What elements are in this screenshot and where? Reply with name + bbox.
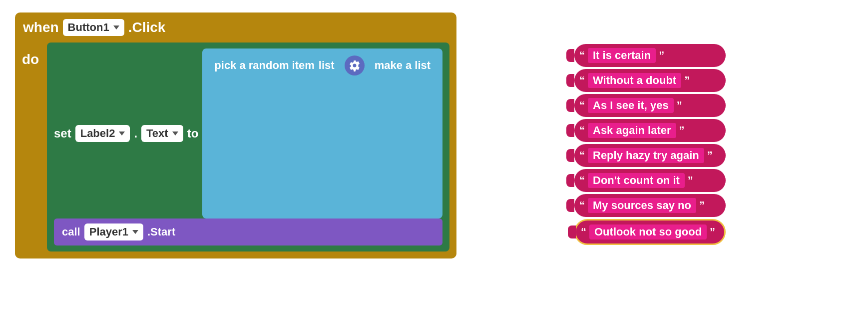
dropdown-arrow4-icon — [132, 230, 138, 234]
start-label: .Start — [147, 226, 175, 238]
dropdown-arrow-icon — [113, 26, 119, 30]
close-quote-icon: ” — [707, 149, 713, 162]
player1-dropdown[interactable]: Player1 — [84, 224, 143, 240]
string-item[interactable]: “It is certain” — [574, 44, 726, 67]
close-quote-icon: ” — [679, 124, 685, 137]
puzzle-connector-icon — [568, 226, 576, 238]
make-list-block[interactable]: make a list — [369, 52, 437, 80]
string-item[interactable]: “Reply hazy try again” — [574, 144, 726, 167]
set-block: set Label2 . Text to — [47, 42, 449, 252]
close-quote-icon: ” — [659, 49, 664, 62]
string-item-text: My sources say no — [588, 198, 696, 213]
string-item[interactable]: “Don't count on it” — [574, 169, 726, 192]
string-item-text: Reply hazy try again — [588, 148, 704, 163]
string-item-text: As I see it, yes — [588, 98, 674, 113]
when-block: when Button1 .Click do set Label2 . — [15, 12, 456, 258]
close-quote-icon: ” — [684, 74, 690, 87]
string-item[interactable]: “Without a doubt” — [574, 69, 726, 92]
label2-value: Label2 — [80, 127, 115, 140]
list-label: list — [319, 59, 335, 72]
gear-icon — [349, 60, 361, 72]
call-label: call — [62, 226, 80, 238]
string-item-text: Outlook not so good — [589, 224, 707, 240]
when-header: when Button1 .Click — [15, 12, 456, 42]
open-quote-icon: “ — [579, 174, 585, 187]
set-label: set — [54, 126, 71, 140]
set-top-row: set Label2 . Text to — [54, 48, 442, 218]
text-dropdown[interactable]: Text — [141, 125, 183, 142]
text-value: Text — [146, 127, 168, 140]
string-item-text: Don't count on it — [588, 173, 685, 188]
string-item-text: It is certain — [588, 48, 656, 63]
puzzle-connector-icon — [566, 149, 574, 162]
puzzle-connector-icon — [566, 49, 574, 62]
close-quote-icon: ” — [699, 199, 705, 212]
open-quote-icon: “ — [579, 74, 585, 87]
do-label: do — [22, 42, 47, 68]
open-quote-icon: “ — [581, 226, 586, 238]
blue-region: pick a random item list make a list — [202, 48, 442, 218]
puzzle-connector-icon — [566, 174, 574, 187]
string-item[interactable]: “Outlook not so good” — [574, 219, 726, 245]
pick-random-block[interactable]: pick a random item list — [208, 52, 340, 80]
string-item[interactable]: “My sources say no” — [574, 194, 726, 217]
button1-dropdown[interactable]: Button1 — [63, 19, 124, 36]
open-quote-icon: “ — [579, 49, 585, 62]
when-label: when — [23, 20, 59, 36]
gear-button[interactable] — [345, 56, 365, 76]
close-quote-icon: ” — [688, 174, 693, 187]
click-label: .Click — [128, 20, 166, 36]
player1-value: Player1 — [89, 226, 128, 238]
block-body: do set Label2 . Text to — [15, 42, 456, 258]
open-quote-icon: “ — [579, 124, 585, 137]
make-list-label: make a list — [375, 59, 431, 72]
pick-label: pick a random item — [214, 59, 315, 72]
to-label: to — [187, 126, 199, 140]
puzzle-connector-icon — [566, 99, 574, 112]
close-quote-icon: ” — [677, 99, 682, 112]
string-items-column: “It is certain”“Without a doubt”“As I se… — [574, 44, 726, 245]
open-quote-icon: “ — [579, 149, 585, 162]
close-quote-icon: ” — [710, 226, 715, 238]
workspace: when Button1 .Click do set Label2 . — [0, 0, 868, 334]
dropdown-arrow3-icon — [172, 132, 178, 136]
label2-dropdown[interactable]: Label2 — [75, 125, 130, 142]
call-block: call Player1 .Start — [54, 218, 442, 246]
string-item[interactable]: “As I see it, yes” — [574, 94, 726, 117]
string-item-text: Ask again later — [588, 123, 676, 138]
dropdown-arrow2-icon — [119, 132, 125, 136]
string-item-text: Without a doubt — [588, 73, 681, 88]
puzzle-connector-icon — [566, 199, 574, 212]
puzzle-connector-icon — [566, 74, 574, 87]
open-quote-icon: “ — [579, 99, 585, 112]
puzzle-connector-icon — [566, 124, 574, 137]
button1-value: Button1 — [68, 21, 109, 34]
string-item[interactable]: “Ask again later” — [574, 119, 726, 142]
open-quote-icon: “ — [579, 199, 585, 212]
dot-label: . — [134, 126, 137, 140]
